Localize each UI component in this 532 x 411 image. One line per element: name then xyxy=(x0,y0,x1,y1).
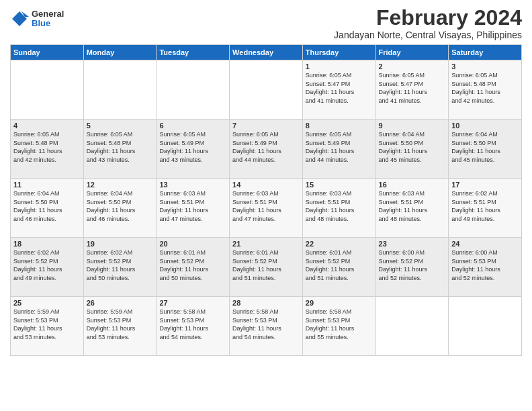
calendar-cell xyxy=(230,60,303,120)
weekday-header: Saturday xyxy=(449,45,522,60)
day-number: 28 xyxy=(232,299,300,307)
day-number: 27 xyxy=(159,299,226,307)
calendar-cell xyxy=(449,297,522,356)
calendar-cell: 23Sunrise: 6:00 AMSunset: 5:52 PMDayligh… xyxy=(375,238,449,297)
day-info: Sunrise: 6:04 AMSunset: 5:50 PMDaylight:… xyxy=(379,130,446,164)
weekday-header: Wednesday xyxy=(230,45,303,60)
calendar-cell xyxy=(11,60,84,120)
calendar-cell: 20Sunrise: 6:01 AMSunset: 5:52 PMDayligh… xyxy=(157,238,230,297)
calendar-cell xyxy=(83,60,157,120)
day-info: Sunrise: 6:05 AMSunset: 5:49 PMDaylight:… xyxy=(232,130,300,164)
logo-general: General xyxy=(32,9,64,19)
day-number: 6 xyxy=(159,122,226,130)
calendar-cell: 4Sunrise: 6:05 AMSunset: 5:48 PMDaylight… xyxy=(11,120,84,179)
day-number: 4 xyxy=(13,122,81,130)
calendar-week: 18Sunrise: 6:02 AMSunset: 5:52 PMDayligh… xyxy=(11,238,522,297)
calendar-cell: 13Sunrise: 6:03 AMSunset: 5:51 PMDayligh… xyxy=(157,179,230,238)
day-info: Sunrise: 5:59 AMSunset: 5:53 PMDaylight:… xyxy=(87,308,154,341)
day-number: 8 xyxy=(306,122,373,130)
calendar-cell: 3Sunrise: 6:05 AMSunset: 5:48 PMDaylight… xyxy=(449,60,522,120)
calendar-cell: 15Sunrise: 6:03 AMSunset: 5:51 PMDayligh… xyxy=(302,179,375,238)
day-number: 5 xyxy=(87,122,154,130)
calendar-cell: 29Sunrise: 5:58 AMSunset: 5:53 PMDayligh… xyxy=(302,297,375,356)
calendar-cell: 25Sunrise: 5:59 AMSunset: 5:53 PMDayligh… xyxy=(11,297,84,356)
day-number: 24 xyxy=(451,240,519,248)
calendar-cell: 24Sunrise: 6:00 AMSunset: 5:53 PMDayligh… xyxy=(449,238,522,297)
calendar-cell: 17Sunrise: 6:02 AMSunset: 5:51 PMDayligh… xyxy=(449,179,522,238)
weekday-header: Sunday xyxy=(11,45,84,60)
calendar-body: 1Sunrise: 6:05 AMSunset: 5:47 PMDaylight… xyxy=(11,60,522,356)
day-number: 26 xyxy=(87,299,154,307)
day-number: 21 xyxy=(232,240,300,248)
day-number: 3 xyxy=(451,62,519,71)
day-number: 25 xyxy=(13,299,81,307)
calendar-cell: 14Sunrise: 6:03 AMSunset: 5:51 PMDayligh… xyxy=(230,179,303,238)
day-number: 19 xyxy=(87,240,154,248)
calendar-cell: 7Sunrise: 6:05 AMSunset: 5:49 PMDaylight… xyxy=(230,120,303,179)
weekday-header: Tuesday xyxy=(157,45,230,60)
logo-text: General Blue xyxy=(32,9,64,29)
day-number: 11 xyxy=(13,181,81,189)
calendar-cell: 27Sunrise: 5:58 AMSunset: 5:53 PMDayligh… xyxy=(157,297,230,356)
page: General Blue February 2024 Jandayan Nort… xyxy=(0,0,532,411)
day-number: 2 xyxy=(379,62,446,71)
day-number: 9 xyxy=(379,122,446,130)
day-number: 15 xyxy=(306,181,373,189)
location: Jandayan Norte, Central Visayas, Philipp… xyxy=(334,30,522,40)
calendar-cell xyxy=(157,60,230,120)
calendar-header: SundayMondayTuesdayWednesdayThursdayFrid… xyxy=(11,45,522,60)
day-number: 22 xyxy=(306,240,373,248)
calendar-cell: 22Sunrise: 6:01 AMSunset: 5:52 PMDayligh… xyxy=(302,238,375,297)
day-info: Sunrise: 6:01 AMSunset: 5:52 PMDaylight:… xyxy=(159,248,226,282)
header: General Blue February 2024 Jandayan Nort… xyxy=(10,7,522,40)
day-info: Sunrise: 6:05 AMSunset: 5:48 PMDaylight:… xyxy=(451,71,519,105)
calendar: SundayMondayTuesdayWednesdayThursdayFrid… xyxy=(10,44,522,356)
day-info: Sunrise: 6:05 AMSunset: 5:48 PMDaylight:… xyxy=(87,130,154,164)
day-info: Sunrise: 6:01 AMSunset: 5:52 PMDaylight:… xyxy=(306,248,373,282)
calendar-cell: 9Sunrise: 6:04 AMSunset: 5:50 PMDaylight… xyxy=(375,120,449,179)
day-number: 29 xyxy=(306,299,373,307)
calendar-cell: 1Sunrise: 6:05 AMSunset: 5:47 PMDaylight… xyxy=(302,60,375,120)
calendar-cell: 5Sunrise: 6:05 AMSunset: 5:48 PMDaylight… xyxy=(83,120,157,179)
day-info: Sunrise: 5:58 AMSunset: 5:53 PMDaylight:… xyxy=(159,308,226,341)
day-info: Sunrise: 6:03 AMSunset: 5:51 PMDaylight:… xyxy=(159,189,226,223)
day-number: 20 xyxy=(159,240,226,248)
day-info: Sunrise: 6:04 AMSunset: 5:50 PMDaylight:… xyxy=(13,189,81,223)
day-number: 14 xyxy=(232,181,300,189)
weekday-header: Monday xyxy=(83,45,157,60)
calendar-cell: 2Sunrise: 6:05 AMSunset: 5:47 PMDaylight… xyxy=(375,60,449,120)
day-number: 17 xyxy=(451,181,519,189)
day-number: 7 xyxy=(232,122,300,130)
calendar-cell xyxy=(375,297,449,356)
day-info: Sunrise: 6:02 AMSunset: 5:51 PMDaylight:… xyxy=(451,189,519,223)
calendar-cell: 18Sunrise: 6:02 AMSunset: 5:52 PMDayligh… xyxy=(11,238,84,297)
day-info: Sunrise: 6:00 AMSunset: 5:53 PMDaylight:… xyxy=(451,248,519,282)
day-info: Sunrise: 6:02 AMSunset: 5:52 PMDaylight:… xyxy=(13,248,81,282)
day-info: Sunrise: 6:00 AMSunset: 5:52 PMDaylight:… xyxy=(379,248,446,282)
calendar-week: 1Sunrise: 6:05 AMSunset: 5:47 PMDaylight… xyxy=(11,60,522,120)
weekday-header: Friday xyxy=(375,45,449,60)
day-info: Sunrise: 6:05 AMSunset: 5:47 PMDaylight:… xyxy=(306,71,373,105)
title-area: February 2024 Jandayan Norte, Central Vi… xyxy=(334,7,522,40)
calendar-cell: 10Sunrise: 6:04 AMSunset: 5:50 PMDayligh… xyxy=(449,120,522,179)
calendar-cell: 26Sunrise: 5:59 AMSunset: 5:53 PMDayligh… xyxy=(83,297,157,356)
logo-blue: Blue xyxy=(32,19,64,28)
day-number: 18 xyxy=(13,240,81,248)
day-number: 23 xyxy=(379,240,446,248)
day-info: Sunrise: 6:05 AMSunset: 5:49 PMDaylight:… xyxy=(306,130,373,164)
day-info: Sunrise: 5:58 AMSunset: 5:53 PMDaylight:… xyxy=(232,308,300,341)
day-info: Sunrise: 5:58 AMSunset: 5:53 PMDaylight:… xyxy=(306,308,373,341)
calendar-cell: 11Sunrise: 6:04 AMSunset: 5:50 PMDayligh… xyxy=(11,179,84,238)
day-info: Sunrise: 6:04 AMSunset: 5:50 PMDaylight:… xyxy=(451,130,519,164)
day-number: 13 xyxy=(159,181,226,189)
calendar-week: 4Sunrise: 6:05 AMSunset: 5:48 PMDaylight… xyxy=(11,120,522,179)
header-row: SundayMondayTuesdayWednesdayThursdayFrid… xyxy=(11,45,522,60)
day-number: 16 xyxy=(379,181,446,189)
day-number: 12 xyxy=(87,181,154,189)
calendar-week: 25Sunrise: 5:59 AMSunset: 5:53 PMDayligh… xyxy=(11,297,522,356)
calendar-cell: 21Sunrise: 6:01 AMSunset: 5:52 PMDayligh… xyxy=(230,238,303,297)
day-number: 1 xyxy=(306,62,373,71)
calendar-cell: 8Sunrise: 6:05 AMSunset: 5:49 PMDaylight… xyxy=(302,120,375,179)
calendar-cell: 19Sunrise: 6:02 AMSunset: 5:52 PMDayligh… xyxy=(83,238,157,297)
day-info: Sunrise: 6:05 AMSunset: 5:49 PMDaylight:… xyxy=(159,130,226,164)
